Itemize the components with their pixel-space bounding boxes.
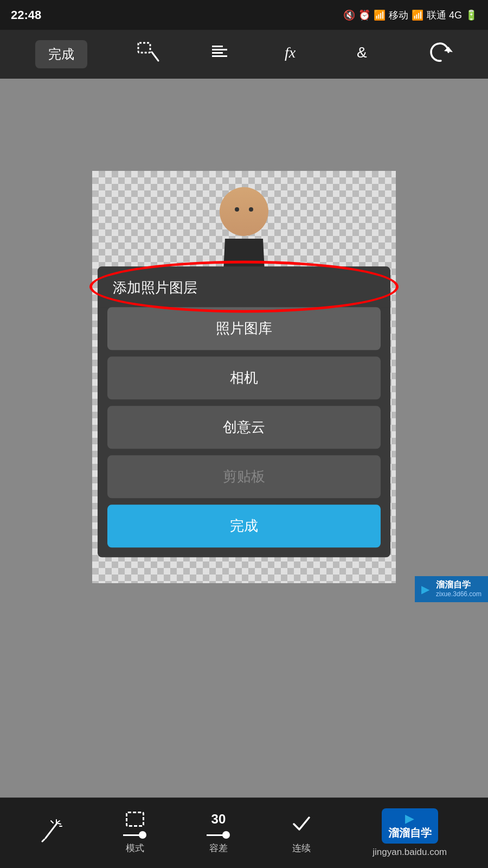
done-button[interactable]: 完成 — [35, 40, 87, 68]
signal-mobile-icon: 📶 — [374, 9, 386, 21]
svg-rect-4 — [212, 52, 223, 54]
carrier-unicom: 联通 4G — [427, 9, 462, 22]
carrier-mobile: 移动 — [389, 9, 408, 22]
signal-unicom-icon: 📶 — [412, 9, 423, 21]
layers-tool-icon[interactable] — [210, 41, 234, 67]
bottom-toolbar: 模式 30 容差 连续 ▶ 溜溜自学 jingyan.baidu.com — [0, 797, 488, 868]
blend-tool-icon[interactable]: & — [356, 41, 380, 67]
camera-button[interactable]: 相机 — [107, 356, 381, 399]
taotao-play-icon: ▶ — [405, 812, 414, 826]
svg-rect-5 — [212, 55, 227, 57]
svg-line-9 — [46, 824, 56, 838]
svg-line-14 — [51, 821, 53, 823]
taotao-url: jingyan.baidu.com — [373, 847, 447, 858]
clipboard-button: 剪贴板 — [107, 455, 381, 498]
watermark-title: 溜溜自学 — [436, 579, 481, 591]
photo-library-button[interactable]: 照片图库 — [107, 307, 381, 350]
selection-tool-icon[interactable] — [137, 41, 160, 67]
battery-icon: 🔋 — [465, 9, 477, 21]
status-bar: 22:48 🔇 ⏰ 📶 移动 📶 联通 4G 🔋 — [0, 0, 488, 30]
top-toolbar: 完成 fx & — [0, 30, 488, 79]
popup-done-button[interactable]: 完成 — [107, 505, 381, 547]
person-eyes — [235, 207, 253, 212]
status-time: 22:48 — [11, 8, 41, 22]
taotao-tool[interactable]: ▶ 溜溜自学 jingyan.baidu.com — [373, 808, 447, 858]
magic-wand-icon — [41, 819, 63, 847]
svg-line-1 — [152, 52, 158, 61]
svg-rect-2 — [212, 46, 223, 47]
mode-label: 模式 — [126, 842, 144, 854]
canvas-area: 添加照片图层 照片图库 相机 创意云 剪贴板 完成 ▶ 溜溜自学 zixue.3… — [0, 79, 488, 675]
watermark-text: 溜溜自学 zixue.3d66.com — [436, 579, 481, 599]
svg-text:fx: fx — [285, 44, 296, 61]
popup-title: 添加照片图层 — [98, 266, 390, 307]
taotao-title: 溜溜自学 — [388, 826, 432, 840]
svg-marker-8 — [444, 47, 453, 52]
svg-rect-0 — [138, 43, 150, 53]
person-head — [220, 187, 268, 236]
tolerance-label: 容差 — [209, 842, 228, 854]
undo-button[interactable] — [429, 41, 453, 67]
svg-text:&: & — [357, 44, 367, 61]
creative-cloud-button[interactable]: 创意云 — [107, 406, 381, 449]
check-icon — [291, 812, 312, 839]
mute-icon: 🔇 — [343, 9, 355, 21]
selection-rect-icon — [126, 812, 144, 827]
left-eye — [235, 207, 239, 212]
svg-line-10 — [42, 839, 44, 841]
watermark-url: zixue.3d66.com — [436, 590, 481, 599]
tolerance-value: 30 — [211, 812, 226, 827]
svg-rect-3 — [212, 49, 227, 50]
status-icons: 🔇 ⏰ 📶 移动 📶 联通 4G 🔋 — [343, 9, 477, 22]
selection-mode-tool[interactable]: 模式 — [123, 812, 146, 854]
right-eye — [249, 207, 253, 212]
continuous-label: 连续 — [292, 842, 311, 854]
alarm-icon: ⏰ — [358, 9, 370, 21]
popup-menu: 添加照片图层 照片图库 相机 创意云 剪贴板 完成 — [98, 266, 390, 557]
fx-tool-icon[interactable]: fx — [282, 41, 306, 67]
watermark-badge: ▶ 溜溜自学 zixue.3d66.com — [415, 576, 488, 602]
taotao-badge: ▶ 溜溜自学 — [382, 808, 438, 844]
person-face — [220, 187, 268, 236]
continuous-tool[interactable]: 连续 — [291, 812, 312, 854]
magic-wand-tool[interactable] — [41, 819, 63, 847]
tolerance-tool[interactable]: 30 容差 — [207, 812, 230, 854]
